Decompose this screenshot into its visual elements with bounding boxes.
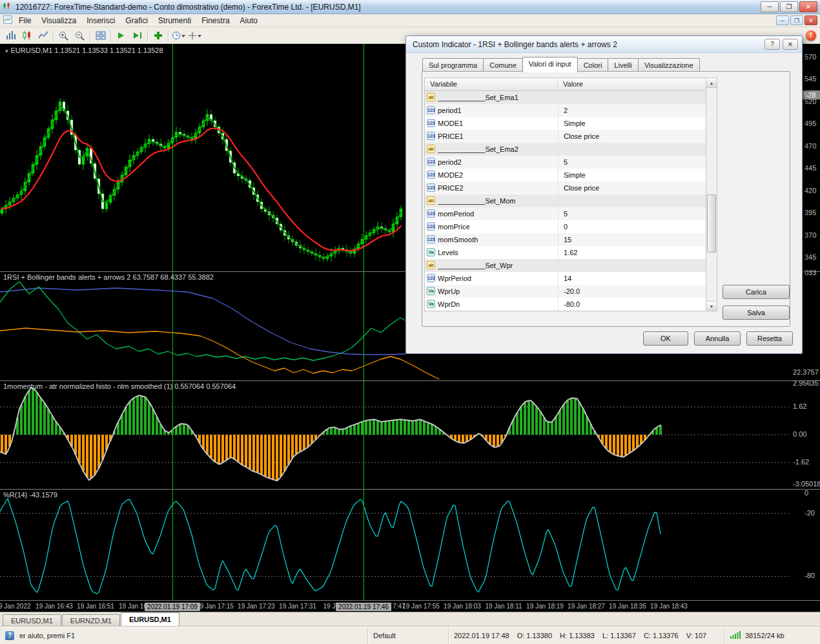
dialog-titlebar[interactable]: Custom Indicator - 1RSI + Bollinger band… [406,36,802,53]
dialog-tab-sul-programma[interactable]: Sul programma [422,58,484,72]
param-value[interactable]: -20.0 [558,285,706,298]
param-name: ____________Set_Wpr [438,259,558,272]
param-value[interactable]: Close price [558,182,706,194]
double-type-icon: Va [427,300,435,308]
param-row[interactable]: VaLevels1.62 [425,246,706,259]
param-row[interactable]: 123momPrice0 [425,220,706,233]
salva-button[interactable]: Salva [723,306,790,320]
chart-tab-eurusd-m1[interactable]: EURUSD,M1 [121,612,179,627]
param-value[interactable] [558,143,706,156]
param-value[interactable]: 1.62 [558,246,706,259]
chart-bars-button[interactable] [3,28,19,43]
menu-item-aiuto[interactable]: Aiuto [235,15,263,26]
string-type-icon: ab [427,261,435,269]
menu-item-finestra[interactable]: Finestra [196,15,234,26]
string-type-icon: ab [427,93,435,101]
indicators-button[interactable] [150,28,166,43]
integer-type-icon: 123 [427,106,435,114]
window-titlebar[interactable]: 12016727: ForexTime-Standard-demo - Cont… [0,0,820,14]
resetta-button[interactable]: Resetta [746,331,793,346]
param-row[interactable]: 123PRICE2Close price [425,182,706,194]
param-value[interactable]: -80.0 [558,298,706,311]
param-value[interactable]: 0 [558,220,706,233]
param-value[interactable]: 5 [558,207,706,220]
param-row[interactable]: ab____________Set_Ema1 [425,91,706,104]
column-header-valore[interactable]: Valore [558,78,706,90]
scrollbar-up-button[interactable]: ▲ [706,78,717,88]
param-row[interactable]: 123momSmooth15 [425,233,706,246]
param-row[interactable]: 123period25 [425,156,706,169]
chart-restore-button[interactable]: ❐ [790,16,803,25]
dialog-close-button[interactable]: ✕ [783,39,798,50]
double-type-icon: Va [427,248,435,256]
param-row[interactable]: 123period12 [425,104,706,117]
chart-candles-button[interactable] [19,28,35,43]
param-row[interactable]: ab____________Set_Wpr [425,259,706,272]
param-row[interactable]: VaWprUp-20.0 [425,285,706,298]
column-header-variabile[interactable]: Variabile [425,78,558,90]
status-quote-section: 2022.01.19 17:48 O: 1.13380 H: 1.13383 L… [449,627,724,644]
window-restore-button[interactable]: ❐ [780,1,798,12]
integer-type-icon: 123 [427,171,435,179]
chart-line-button[interactable] [35,28,51,43]
param-value[interactable]: 2 [558,104,706,117]
param-row[interactable]: ab____________Set_Mom [425,194,706,207]
param-name: period2 [438,156,558,169]
menu-item-visualizza[interactable]: Visualizza [36,15,81,26]
param-value[interactable] [558,91,706,104]
menu-item-file[interactable]: File [14,15,36,26]
param-value[interactable]: Simple [558,117,706,130]
scrollbar-thumb[interactable] [707,194,716,253]
param-row[interactable]: VaWprDn-80.0 [425,298,706,311]
menu-item-inserisci[interactable]: Inserisci [81,15,120,26]
chart-tab-eurnzd-m1[interactable]: EURNZD,M1 [62,614,120,627]
param-value[interactable] [558,259,706,272]
param-row[interactable]: 123WprPeriod14 [425,272,706,285]
param-row[interactable]: 123PRICE1Close price [425,130,706,143]
menu-bar: FileVisualizzaInserisciGraficiStrumentiF… [0,14,820,27]
dialog-tab-comune[interactable]: Comune [483,58,523,72]
ok-button[interactable]: OK [643,331,688,346]
carica-button[interactable]: Carica [723,285,790,299]
dialog-tab-colori[interactable]: Colori [577,58,609,72]
param-value[interactable] [558,194,706,207]
param-row[interactable]: 123MODE2Simple [425,169,706,182]
chart-close-button[interactable]: ✕ [805,16,817,25]
param-value[interactable]: 5 [558,156,706,169]
window-close-button[interactable]: ✕ [799,1,817,12]
param-value[interactable]: Simple [558,169,706,182]
parameters-table: Variabile Valore ab____________Set_Ema11… [424,78,706,311]
table-scrollbar[interactable]: ▲ ▼ [706,78,717,311]
crosshair-button[interactable] [187,28,203,43]
scrollbar-down-button[interactable]: ▼ [706,301,717,311]
param-value[interactable]: Close price [558,130,706,143]
timeframes-button[interactable] [170,28,187,43]
param-row[interactable]: 123momPeriod5 [425,207,706,220]
param-row[interactable]: 123MODE1Simple [425,117,706,130]
table-header-row: Variabile Valore [425,78,706,91]
zoom-in-button[interactable] [56,28,72,43]
chart-tab-eurusd-m1[interactable]: EURUSD,M1 [3,614,61,627]
annulla-button[interactable]: Annulla [694,331,741,346]
zoom-out-button[interactable] [72,28,88,43]
dialog-tab-livelli[interactable]: Livelli [608,58,639,72]
param-row[interactable]: ab____________Set_Ema2 [425,143,706,156]
param-value[interactable]: 14 [558,272,706,285]
dialog-tab-visualizzazione[interactable]: Visualizzazione [638,58,700,72]
status-profile-section[interactable]: Default [368,627,449,644]
menu-item-strumenti[interactable]: Strumenti [153,15,196,26]
param-value[interactable]: 15 [558,233,706,246]
window-minimize-button[interactable]: ─ [761,1,779,12]
notification-icon[interactable]: ! [806,30,816,41]
tile-windows-button[interactable] [92,28,108,43]
dialog-tab-valori-di-input[interactable]: Valori di input [522,57,578,72]
auto-scroll-button[interactable] [113,28,129,43]
menu-item-grafici[interactable]: Grafici [120,15,153,26]
param-name: ____________Set_Ema1 [438,91,558,104]
chart-shift-button[interactable] [129,28,145,43]
dialog-help-button[interactable]: ? [764,39,780,50]
integer-type-icon: 123 [427,274,435,282]
mdi-window-buttons: ─ ❐ ✕ [775,16,817,25]
chart-minimize-button[interactable]: ─ [776,16,789,25]
toolbar-separator [90,30,90,41]
